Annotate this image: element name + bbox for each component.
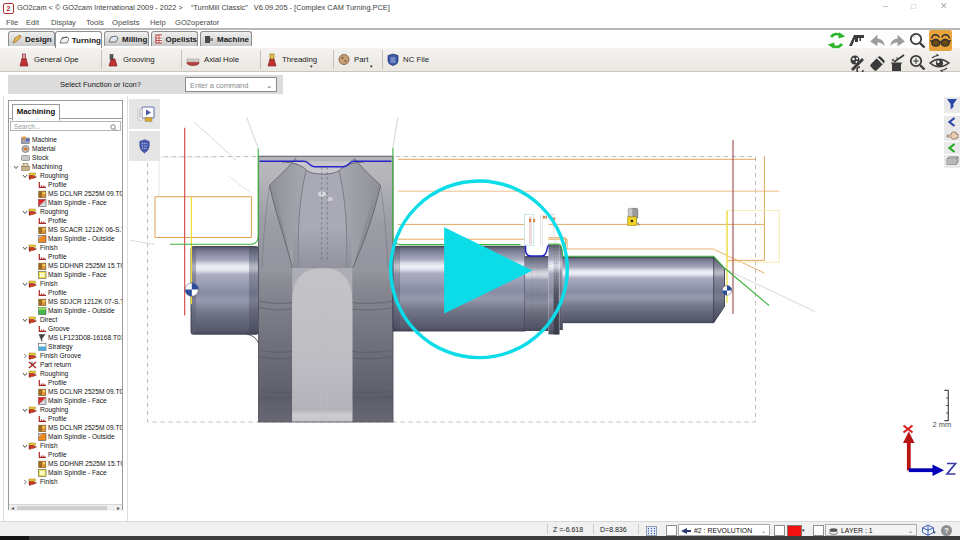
svg-text:2 mm: 2 mm <box>933 420 952 429</box>
